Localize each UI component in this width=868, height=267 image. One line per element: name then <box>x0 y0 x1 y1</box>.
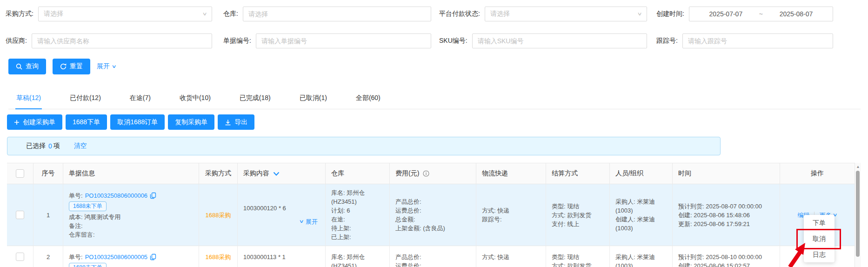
row-checkbox[interactable] <box>16 253 24 261</box>
created-line: 创建: 2025-08-06 15:48:06 <box>678 211 774 220</box>
warehouse-cell: 库名: 郑州仓 (HZ3451) 计划: 1 在途: <box>325 246 389 267</box>
info-icon[interactable] <box>423 170 429 177</box>
row-checkbox[interactable] <box>16 211 24 219</box>
purchase-method-select[interactable]: 请选择 ∨ <box>38 7 212 21</box>
tab-all[interactable]: 全部(60) <box>355 89 381 109</box>
order-1688-button[interactable]: 1688下单 <box>66 114 107 130</box>
dropdown-item-place-order[interactable]: 下单 <box>804 215 835 231</box>
logistics-cell: 方式: 快递 跟踪号: <box>476 184 546 246</box>
selection-prefix: 已选择 <box>26 142 46 150</box>
tab-draft[interactable]: 草稿(12) <box>15 89 42 109</box>
create-time-start[interactable]: 2025-07-07 <box>694 10 757 18</box>
supplier-input[interactable] <box>32 33 212 48</box>
settlement-cell: 类型: 现结 方式: 款到发货 支付: 线上 <box>546 184 609 246</box>
warehouse-to-shelve: 待上架: <box>331 224 384 233</box>
sku-line: 1003000113 * 1 <box>243 253 320 261</box>
reset-button[interactable]: 重置 <box>53 59 90 74</box>
time-cell: 预计到货: 2025-08-10 00:00:00 创建: 2025-08-06… <box>672 246 780 267</box>
row-index: 2 <box>33 246 63 267</box>
buyer-line: 采购人: 米莱迪(1003) <box>615 197 667 215</box>
search-button[interactable]: 查询 <box>8 59 46 74</box>
selection-suffix: 项 <box>53 142 60 150</box>
filter-create-time: 创建时间: 2025-07-07 ~ 2025-08-07 <box>656 7 833 21</box>
filter-buttons-row: 查询 重置 展开 ∨ <box>8 59 116 74</box>
sku-no-label: SKU编号: <box>439 37 467 45</box>
platform-pay-status-select[interactable]: 请选择 ∨ <box>485 7 647 21</box>
filter-sku-no: SKU编号: <box>439 33 647 48</box>
copy-purchase-order-button[interactable]: 复制采购单 <box>168 114 214 130</box>
header-person: 人员/组织 <box>609 163 672 184</box>
filter-tracking-no: 跟踪号: <box>656 33 833 48</box>
tracking-no-input[interactable] <box>682 33 833 48</box>
reset-icon <box>60 63 67 70</box>
header-settlement: 结算方式 <box>546 163 609 184</box>
expected-arrival-line: 预计到货: 2025-08-07 00:00:00 <box>678 202 774 211</box>
logistics-method: 方式: 快递 <box>482 206 540 215</box>
create-purchase-order-button[interactable]: 创建采购单 <box>7 114 62 130</box>
chevron-down-icon: ∨ <box>299 218 304 225</box>
warehouse-note-line: 仓库留言: <box>69 230 193 239</box>
fee-grand-total: 总金额: <box>395 215 470 224</box>
warehouse-code: (HZ3451) <box>331 261 384 267</box>
select-all-checkbox[interactable] <box>16 169 24 178</box>
header-warehouse: 仓库 <box>325 163 389 184</box>
filter-warehouse: 仓库: <box>223 7 431 21</box>
copy-purchase-order-label: 复制采购单 <box>175 118 207 127</box>
fee-shipping-total: 运费总价: <box>395 206 470 215</box>
header-fee: 费用(元) <box>389 163 476 184</box>
warehouse-input[interactable] <box>243 7 431 21</box>
header-info: 单据信息 <box>63 163 199 184</box>
order-1688-label: 1688下单 <box>73 118 100 127</box>
cancel-1688-order-button[interactable]: 取消1688订单 <box>110 114 165 130</box>
vertical-scrollbar[interactable]: ▲ <box>855 163 861 267</box>
doc-no-label: 单据编号: <box>223 37 251 45</box>
header-index: 序号 <box>33 163 63 184</box>
selection-bar: 已选择 0 项 清空 <box>7 137 721 155</box>
tab-in-transit[interactable]: 在途(7) <box>129 89 152 109</box>
filter-supplier: 供应商: <box>6 33 212 48</box>
export-label: 导出 <box>234 118 247 127</box>
doc-no-label: 单号: <box>69 253 83 261</box>
scroll-up-icon[interactable]: ▲ <box>855 163 861 169</box>
sku-line: 1003000120 * 6 <box>243 204 320 213</box>
tab-completed[interactable]: 已完成(18) <box>239 89 272 109</box>
export-button[interactable]: 导出 <box>218 114 254 130</box>
expand-row-link[interactable]: ∨ 展开 <box>300 217 318 226</box>
filter-chevron-icon[interactable] <box>273 172 280 176</box>
warehouse-code: (HZ3451) <box>331 197 384 206</box>
annotation-red-arrow <box>784 240 809 267</box>
create-time-range[interactable]: 2025-07-07 ~ 2025-08-07 <box>689 7 833 21</box>
doc-no-link[interactable]: PO1003250806000005 <box>85 253 147 261</box>
purchase-method-value: 1688采购 <box>206 211 231 220</box>
create-time-end[interactable]: 2025-08-07 <box>765 10 828 18</box>
logistics-tracking: 跟踪号: <box>482 215 540 224</box>
copy-icon[interactable] <box>150 254 156 260</box>
fee-shelved-amount: 上架金额: (含良品) <box>395 224 470 233</box>
export-icon <box>225 119 231 126</box>
doc-no-link[interactable]: PO1003250806000006 <box>85 191 147 200</box>
tab-cancelled[interactable]: 已取消(1) <box>299 89 328 109</box>
warehouse-name: 库名: 郑州仓 <box>331 253 384 261</box>
tab-paid[interactable]: 已付款(12) <box>69 89 102 109</box>
sku-no-input[interactable] <box>472 33 647 48</box>
scrollbar-thumb[interactable] <box>856 171 860 257</box>
doc-no-input[interactable] <box>256 33 431 48</box>
tab-receiving[interactable]: 收货中(10) <box>179 89 212 109</box>
settlement-cell: 类型: 现结 方式: 款到发货 <box>546 246 609 267</box>
person-cell: 采购人: 米莱迪(1003) <box>609 246 672 267</box>
copy-icon[interactable] <box>150 192 156 199</box>
content-cell: 1003000113 * 1 <box>237 246 325 267</box>
plus-icon <box>14 120 20 125</box>
warehouse-cell: 库名: 郑州仓 (HZ3451) 计划: 6 在途: 待上架: 已上架: <box>325 184 389 246</box>
reset-button-label: 重置 <box>70 62 83 71</box>
platform-pay-status-placeholder: 请选择 <box>490 10 510 18</box>
fee-cell: 产品总价: 运费总价: 总金额: 上架金额: (含良品) <box>389 184 476 246</box>
clear-selection-link[interactable]: 清空 <box>74 142 87 150</box>
settlement-method: 方式: 款到发货 <box>552 261 604 267</box>
time-cell: 预计到货: 2025-08-07 00:00:00 创建: 2025-08-06… <box>672 184 780 246</box>
supplier-label: 供应商: <box>6 37 27 45</box>
status-badge-1688-not-ordered: 1688未下单 <box>69 263 107 267</box>
expand-filters-link[interactable]: 展开 ∨ <box>97 62 116 71</box>
doc-info-cell: 单号: PO1003250806000005 1688未下单 成本: 鸿展测试专… <box>63 246 199 267</box>
purchase-orders-table: 序号 单据信息 采购方式 采购内容 仓库 费用(元) 物流快递 结算方式 人员/… <box>7 163 861 267</box>
